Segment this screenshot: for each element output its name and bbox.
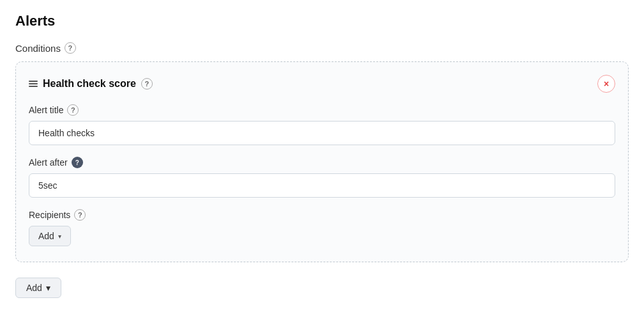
add-recipient-chevron-icon: ▾ — [58, 233, 61, 240]
recipients-help-icon[interactable]: ? — [74, 209, 86, 221]
card-header: Health check score ? × — [29, 75, 615, 93]
alert-title-section: Alert title ? — [29, 104, 615, 145]
alert-title-help-icon[interactable]: ? — [67, 104, 79, 116]
add-condition-chevron-icon: ▾ — [46, 283, 50, 293]
add-recipient-label: Add — [38, 231, 54, 241]
conditions-row: Conditions ? — [15, 42, 629, 54]
add-recipient-button[interactable]: Add ▾ — [29, 226, 71, 246]
card-title-help-icon[interactable]: ? — [141, 78, 153, 90]
alert-after-help-icon[interactable]: ? — [72, 157, 83, 168]
add-condition-button[interactable]: Add ▾ — [15, 278, 61, 298]
alert-after-label-row: Alert after ? — [29, 157, 615, 168]
recipients-label: Recipients — [29, 210, 70, 220]
conditions-label: Conditions — [15, 43, 61, 54]
alert-after-section: Alert after ? — [29, 157, 615, 198]
condition-card: Health check score ? × Alert title ? Ale… — [15, 61, 629, 262]
remove-card-button[interactable]: × — [597, 75, 615, 93]
alert-title-label-row: Alert title ? — [29, 104, 615, 116]
card-header-left: Health check score ? — [29, 78, 153, 90]
alert-title-input[interactable] — [29, 121, 615, 145]
conditions-help-icon[interactable]: ? — [65, 42, 76, 54]
alert-after-label: Alert after — [29, 157, 68, 168]
recipients-section: Recipients ? Add ▾ — [29, 209, 615, 246]
alert-after-input[interactable] — [29, 173, 615, 198]
add-condition-label: Add — [26, 283, 42, 293]
card-title: Health check score — [43, 78, 136, 90]
alert-title-label: Alert title — [29, 105, 63, 115]
recipients-label-row: Recipients ? — [29, 209, 615, 221]
drag-handle-icon[interactable] — [29, 81, 38, 87]
page-title: Alerts — [15, 13, 629, 29]
